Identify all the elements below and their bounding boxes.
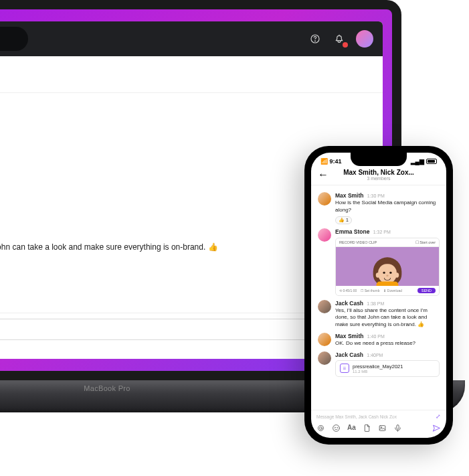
send-icon[interactable] xyxy=(432,424,441,432)
message-row: Jack Cash 1:40PM ≡ pressrealice_May2021 … xyxy=(318,351,440,377)
video-timer: ⟲ 0:45/1:00 xyxy=(339,289,357,293)
notifications-icon[interactable] xyxy=(332,31,347,46)
message-time: 1:40 PM xyxy=(367,334,385,339)
file-size: 11.2 MB xyxy=(353,370,403,374)
message-text: How is the Social Media campaign coming … xyxy=(335,200,440,214)
svg-point-6 xyxy=(320,427,322,430)
sender-name: Emma Stone xyxy=(335,228,370,235)
reaction-thumbs-up[interactable]: 👍1 xyxy=(335,216,352,224)
mic-icon[interactable] xyxy=(393,424,402,432)
set-thumb-button[interactable]: ☐ Set thumb xyxy=(361,289,379,293)
member-count: 3 members xyxy=(330,176,428,181)
search-input[interactable] xyxy=(0,34,19,44)
conversation-title: Max Smith, Nick Zox... xyxy=(330,169,428,176)
message-time: 1:30 PM xyxy=(367,193,385,198)
user-avatar[interactable] xyxy=(356,30,373,48)
file-icon: ≡ xyxy=(340,364,349,373)
svg-rect-10 xyxy=(379,426,385,431)
svg-point-11 xyxy=(381,427,382,428)
avatar[interactable] xyxy=(318,333,331,346)
file-attachment[interactable]: ≡ pressrealice_May2021 11.2 MB xyxy=(335,360,440,377)
desktop-topbar xyxy=(0,21,383,56)
svg-point-9 xyxy=(337,427,338,428)
sender-name: Jack Cash xyxy=(335,300,363,307)
expand-icon[interactable]: ⤢ xyxy=(436,413,441,420)
svg-point-8 xyxy=(335,427,336,428)
conversation-title: h, Nick Zox... xyxy=(0,56,383,93)
message-row: Emma Stone 1:32 PM RECORD VIDEO CLIP ☐ S… xyxy=(318,228,440,296)
help-icon[interactable] xyxy=(308,31,322,46)
phone-notch xyxy=(351,153,407,166)
message-thread: Max Smith 1:30 PM How is the Social Medi… xyxy=(311,185,446,410)
sender-name: Jack Cash xyxy=(335,351,363,358)
message-row: Max Smith 1:30 PM How is the Social Medi… xyxy=(318,192,440,224)
message-text: Social Media campaign coming along? xyxy=(0,111,373,123)
image-icon[interactable] xyxy=(378,424,387,432)
send-button[interactable]: SEND xyxy=(417,288,436,293)
svg-point-3 xyxy=(315,41,316,42)
download-button[interactable]: ⬇ Download xyxy=(383,289,402,293)
message-time: 1:38 PM xyxy=(367,301,384,306)
avatar[interactable] xyxy=(318,300,331,313)
notification-dot xyxy=(343,42,348,48)
avatar[interactable] xyxy=(318,192,331,206)
phone-header: ← Max Smith, Nick Zox... 3 members xyxy=(311,167,446,185)
svg-point-7 xyxy=(333,425,340,432)
message-text: OK. Do we need a press release? xyxy=(335,340,440,347)
avatar[interactable] xyxy=(318,228,331,242)
signal-icon: 📶 9:41 xyxy=(320,158,342,165)
mention-icon[interactable] xyxy=(316,424,325,432)
message-time: 1:40PM xyxy=(367,353,383,358)
avatar[interactable] xyxy=(318,351,331,365)
message-time: 1:30 PM xyxy=(0,102,373,110)
compose-area: Message Max Smith, Jack Cash Nick Zox ⤢ … xyxy=(311,410,446,438)
card-title: RECORD VIDEO CLIP xyxy=(339,240,377,244)
message-text: Yes, I'll also share the content once I'… xyxy=(335,307,440,329)
file-name: pressrealice_May2021 xyxy=(353,364,403,370)
message-row: Jack Cash 1:38 PM Yes, I'll also share t… xyxy=(318,300,440,329)
sender-name: Max Smith xyxy=(335,192,364,199)
back-button[interactable]: ← xyxy=(318,169,330,181)
format-icon[interactable]: Aa xyxy=(347,424,356,432)
search-bar[interactable] xyxy=(0,27,28,51)
battery-icon xyxy=(426,159,437,164)
message-row: Max Smith 1:40 PM OK. Do we need a press… xyxy=(318,333,440,347)
emoji-icon[interactable] xyxy=(332,424,341,432)
video-clip-card[interactable]: RECORD VIDEO CLIP ☐ Start over ⟲ 0:45/1:… xyxy=(335,238,440,296)
laptop-model-label: MacBook Pro xyxy=(84,384,130,392)
phone-device: 📶 9:41 ▂▄▆ ← Max Smith, Nick Zox... 3 me… xyxy=(304,146,453,445)
svg-rect-12 xyxy=(397,425,399,430)
video-thumbnail xyxy=(336,247,439,286)
compose-input[interactable]: Message Max Smith, Jack Cash Nick Zox xyxy=(316,414,397,419)
sender-name: Max Smith xyxy=(335,333,364,339)
start-over-button[interactable]: ☐ Start over xyxy=(415,240,436,244)
document-icon[interactable] xyxy=(363,424,371,432)
wifi-icon: ▂▄▆ xyxy=(411,158,424,165)
message-time: 1:32 PM xyxy=(373,230,391,234)
